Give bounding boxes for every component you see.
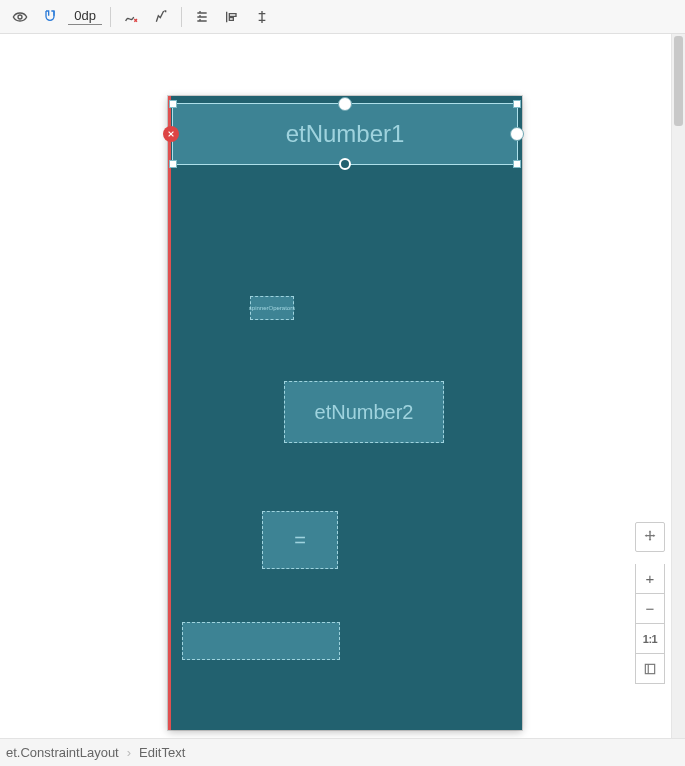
breadcrumb-parent[interactable]: et.ConstraintLayout: [6, 745, 119, 760]
svg-point-0: [18, 15, 22, 19]
design-canvas-area: etNumber1 spinnerOperators etNumber2 =: [0, 34, 685, 738]
breadcrumb-child[interactable]: EditText: [139, 745, 185, 760]
constraint-handle-top[interactable]: [338, 97, 352, 111]
clear-constraints-icon[interactable]: [119, 5, 143, 29]
magnet-icon[interactable]: [38, 5, 62, 29]
component-breadcrumb: et.ConstraintLayout › EditText: [0, 738, 685, 766]
resize-handle-nw[interactable]: [169, 100, 177, 108]
device-frame[interactable]: etNumber1 spinnerOperators etNumber2 =: [168, 96, 522, 730]
view-options-icon[interactable]: [8, 5, 32, 29]
resize-handle-se[interactable]: [513, 160, 521, 168]
chevron-right-icon: ›: [127, 745, 131, 760]
vertical-scrollbar[interactable]: [671, 34, 685, 738]
pack-icon[interactable]: [190, 5, 214, 29]
textview-result[interactable]: [182, 622, 340, 660]
toolbar-separator: [110, 7, 111, 27]
default-margin-input[interactable]: 0dp: [68, 8, 102, 25]
resize-handle-sw[interactable]: [169, 160, 177, 168]
zoom-out-button[interactable]: −: [635, 594, 665, 624]
scrollbar-thumb[interactable]: [674, 36, 683, 126]
zoom-in-button[interactable]: +: [635, 564, 665, 594]
constraint-error-badge[interactable]: [163, 126, 179, 142]
canvas-viewport[interactable]: etNumber1 spinnerOperators etNumber2 =: [0, 34, 671, 738]
toolbar-separator: [181, 7, 182, 27]
zoom-reset-button[interactable]: 1:1: [635, 624, 665, 654]
constraint-handle-right[interactable]: [510, 127, 524, 141]
button-equals[interactable]: =: [262, 511, 338, 569]
edittext-etnumber2[interactable]: etNumber2: [284, 381, 444, 443]
resize-handle-ne[interactable]: [513, 100, 521, 108]
design-toolbar: 0dp: [0, 0, 685, 34]
edittext-hint: etNumber1: [173, 104, 517, 164]
constraint-error-edge: [168, 96, 171, 730]
pan-button[interactable]: [635, 522, 665, 552]
infer-constraints-icon[interactable]: [149, 5, 173, 29]
guidelines-icon[interactable]: [250, 5, 274, 29]
align-icon[interactable]: [220, 5, 244, 29]
spinner-operators[interactable]: spinnerOperators: [250, 296, 294, 320]
svg-rect-1: [645, 664, 654, 673]
constraint-handle-bottom[interactable]: [339, 158, 351, 170]
zoom-fit-button[interactable]: [635, 654, 665, 684]
zoom-controls: + − 1:1: [635, 522, 665, 684]
edittext-etnumber1[interactable]: etNumber1: [172, 103, 518, 165]
